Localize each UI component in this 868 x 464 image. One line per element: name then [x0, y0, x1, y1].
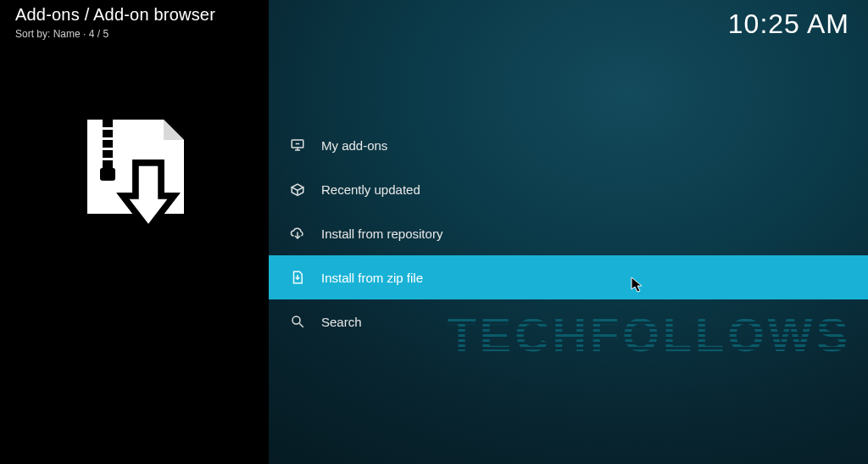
- sort-separator: ·: [81, 28, 89, 40]
- svg-rect-0: [103, 120, 113, 127]
- open-box-icon: [286, 182, 309, 197]
- sidebar: Add-ons / Add-on browser Sort by: Name ·…: [0, 0, 269, 464]
- menu-item-search[interactable]: Search: [269, 299, 868, 344]
- header: Add-ons / Add-on browser Sort by: Name ·…: [15, 5, 215, 40]
- svg-rect-3: [103, 150, 113, 158]
- search-icon: [286, 314, 309, 329]
- breadcrumb: Add-ons / Add-on browser: [15, 5, 215, 25]
- svg-rect-1: [103, 130, 113, 137]
- menu-item-label: Install from repository: [321, 226, 442, 241]
- svg-rect-2: [103, 140, 113, 148]
- svg-point-12: [292, 316, 300, 324]
- menu-item-label: My add-ons: [321, 138, 387, 153]
- menu-item-recently-updated[interactable]: Recently updated: [269, 167, 868, 211]
- clock: 10:25 AM: [728, 8, 849, 40]
- cloud-download-icon: [286, 226, 309, 241]
- menu-item-my-addons[interactable]: My add-ons: [269, 123, 868, 167]
- main-panel: 10:25 AM My add-ons Recent: [269, 0, 868, 464]
- sort-prefix: Sort by:: [15, 28, 53, 40]
- screen-icon: [286, 137, 309, 153]
- menu-item-label: Install from zip file: [321, 271, 423, 285]
- sort-position: 4 / 5: [89, 28, 108, 40]
- sort-field: Name: [53, 28, 81, 40]
- menu-list: My add-ons Recently updated Install: [269, 123, 868, 344]
- menu-item-label: Search: [321, 315, 362, 329]
- svg-line-13: [299, 323, 303, 327]
- addon-browser-zip-icon: [72, 112, 199, 243]
- menu-item-install-from-zip-file[interactable]: Install from zip file: [269, 255, 868, 299]
- sort-line: Sort by: Name · 4 / 5: [15, 28, 215, 40]
- menu-item-install-from-repository[interactable]: Install from repository: [269, 211, 868, 255]
- menu-item-label: Recently updated: [321, 182, 420, 197]
- zip-file-icon: [286, 270, 309, 285]
- svg-rect-4: [103, 160, 113, 168]
- svg-rect-5: [100, 168, 115, 181]
